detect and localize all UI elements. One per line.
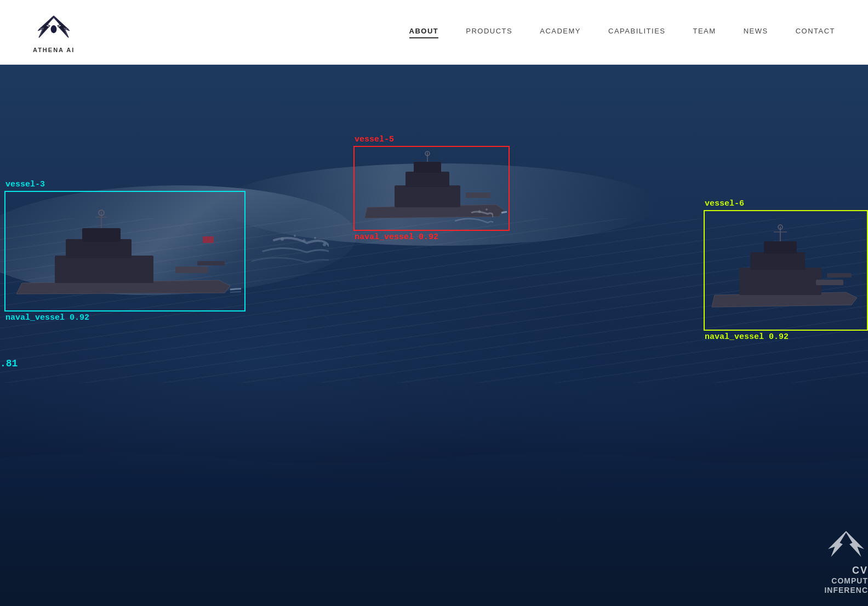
athena-logo-icon [34, 12, 73, 44]
detection-box-vessel-6: vessel-6 naval_vessel 0.92 [704, 210, 868, 331]
nav-item-news[interactable]: NEWS [744, 27, 768, 37]
nav-item-about[interactable]: ABOUT [409, 27, 439, 37]
nav-item-contact[interactable]: CONTACT [796, 27, 835, 37]
nav-item-products[interactable]: PRODUCTS [466, 27, 512, 37]
partial-score-label: .81 [0, 358, 18, 369]
nav-item-team[interactable]: TEAM [693, 27, 716, 37]
waves-overlay [0, 414, 868, 606]
main-nav: ABOUT PRODUCTS ACADEMY CAPABILITIES TEAM… [409, 27, 835, 37]
foam-center [301, 202, 493, 246]
vessel-6-label: vessel-6 [705, 199, 744, 208]
svg-point-25 [294, 235, 296, 237]
vessel-5-label: vessel-5 [355, 135, 394, 144]
site-header: ATHENA AI ABOUT PRODUCTS ACADEMY CAPABIL… [0, 0, 868, 65]
svg-point-30 [486, 208, 488, 211]
logo-text: ATHENA AI [33, 47, 75, 53]
logo-area[interactable]: ATHENA AI [33, 12, 75, 53]
nav-item-academy[interactable]: ACADEMY [540, 27, 581, 37]
svg-point-24 [281, 237, 284, 241]
svg-point-29 [478, 211, 481, 213]
svg-point-0 [51, 25, 57, 33]
nav-item-capabilities[interactable]: CAPABILITIES [608, 27, 665, 37]
vessel-6-sublabel: naval_vessel 0.92 [705, 332, 789, 342]
foam-left [55, 224, 329, 279]
vessel-3-sublabel: naval_vessel 0.92 [5, 313, 89, 322]
hero-section: vessel-3 naval_vessel 0.92 vessel-5 nava… [0, 65, 868, 606]
vessel-3-label: vessel-3 [5, 180, 45, 189]
